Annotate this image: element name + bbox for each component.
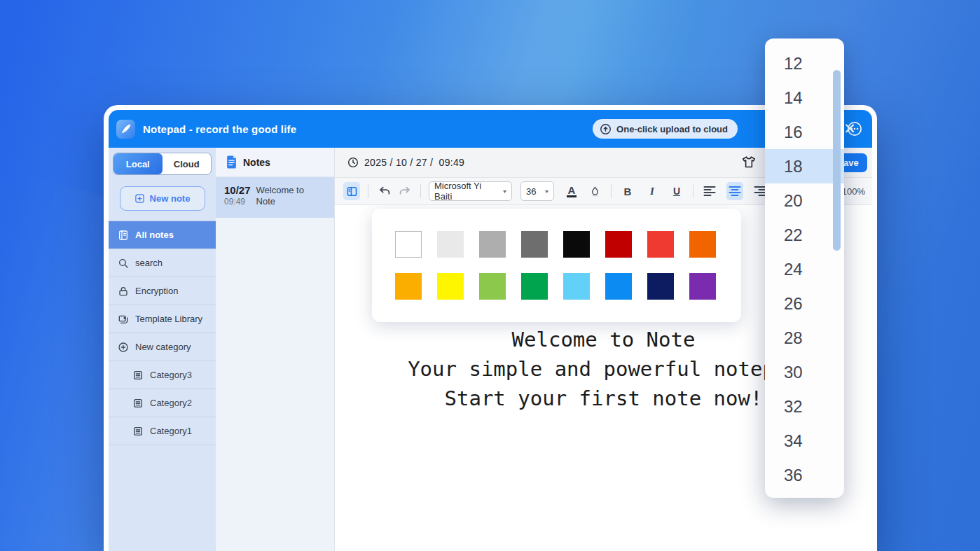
zoom-level: 100% <box>842 186 865 197</box>
plus-circle-icon <box>117 341 130 354</box>
font-size-option[interactable]: 30 <box>765 355 844 389</box>
font-size-option[interactable]: 28 <box>765 321 844 355</box>
theme-icon[interactable] <box>741 155 757 172</box>
bold-button[interactable]: B <box>619 182 636 200</box>
font-size-option[interactable]: 32 <box>765 389 844 424</box>
align-left-button[interactable] <box>701 182 718 200</box>
template-icon <box>117 313 130 326</box>
sidebar-nav: All notes search Encryption Template Lib… <box>109 221 216 445</box>
palette-row <box>395 231 741 258</box>
clock-icon <box>347 157 359 168</box>
new-note-label: New note <box>150 193 191 204</box>
note-title: Welcome to Note <box>256 184 318 207</box>
underline-button[interactable]: U <box>668 182 685 200</box>
font-size-option[interactable]: 24 <box>765 252 844 286</box>
color-palette-popup <box>372 209 741 322</box>
titlebar: Notepad - record the good life One-click… <box>109 110 872 148</box>
color-swatch[interactable] <box>647 231 674 258</box>
italic-button[interactable]: I <box>644 182 661 200</box>
app-logo-icon <box>116 120 135 139</box>
font-family-select[interactable]: Microsoft Yi Baiti ▾ <box>429 181 512 201</box>
search-icon <box>117 257 130 270</box>
upload-to-cloud-button[interactable]: One-click upload to cloud <box>593 119 738 139</box>
highlight-color-button[interactable] <box>586 182 603 200</box>
color-swatch[interactable] <box>437 231 464 258</box>
cloud-tab[interactable]: Cloud <box>163 153 212 174</box>
sidebar-item-label: New category <box>135 342 191 352</box>
color-swatch[interactable] <box>521 273 548 300</box>
category-icon <box>132 397 144 410</box>
color-swatch[interactable] <box>563 231 590 258</box>
window-title: Notepad - record the good life <box>143 123 296 135</box>
cloud-upload-icon <box>600 123 612 135</box>
panel-layout-icon <box>346 186 358 197</box>
notebook-icon <box>117 229 130 242</box>
font-color-button[interactable]: A <box>563 182 580 200</box>
sidebar-item-label: Encryption <box>135 286 178 296</box>
toolbar-divider <box>368 184 368 198</box>
notes-list-panel: Notes 10/27 09:49 Welcome to Note <box>216 148 335 551</box>
note-list-item[interactable]: 10/27 09:49 Welcome to Note <box>216 177 334 218</box>
paint-fill-icon <box>589 186 601 197</box>
sidebar-item-label: Category2 <box>150 398 192 408</box>
color-swatch[interactable] <box>647 273 674 300</box>
color-swatch[interactable] <box>521 231 548 258</box>
upload-button-label: One-click upload to cloud <box>616 124 728 134</box>
sidebar-item-new-category[interactable]: New category <box>109 333 216 361</box>
note-datetime: 10/27 09:49 <box>224 184 251 207</box>
dropdown-scrollbar[interactable] <box>833 70 841 251</box>
sidebar-item-category3[interactable]: Category3 <box>109 361 216 389</box>
sidebar-item-search[interactable]: search <box>109 249 216 277</box>
color-swatch[interactable] <box>689 231 716 258</box>
toolbar-divider <box>420 184 421 198</box>
color-swatch[interactable] <box>605 273 632 300</box>
align-center-icon <box>729 186 741 197</box>
local-tab[interactable]: Local <box>113 153 163 174</box>
chevron-down-icon: ▾ <box>503 188 506 195</box>
note-document-icon <box>226 155 237 169</box>
note-date: 10/27 <box>224 184 251 196</box>
sidebar-item-label: Category3 <box>150 370 192 380</box>
font-size-dropdown: 12 14 16 18 20 22 24 26 28 30 32 34 36 <box>765 39 844 498</box>
sidebar-item-label: search <box>135 258 163 268</box>
color-swatch[interactable] <box>563 273 590 300</box>
sidebar-item-label: All notes <box>135 230 174 240</box>
align-center-button[interactable] <box>726 182 743 200</box>
redo-button[interactable] <box>396 182 413 200</box>
sidebar-item-encryption[interactable]: Encryption <box>109 277 216 305</box>
category-icon <box>132 369 144 382</box>
sidebar-item-category2[interactable]: Category2 <box>109 389 216 417</box>
font-size-select[interactable]: 36 ▾ <box>520 181 554 201</box>
category-icon <box>132 425 144 438</box>
color-swatch[interactable] <box>437 273 464 300</box>
undo-button[interactable] <box>376 182 393 200</box>
color-swatch[interactable] <box>479 231 506 258</box>
toolbar-divider <box>693 184 693 198</box>
color-swatch[interactable] <box>395 231 422 258</box>
note-time: 09:49 <box>224 196 251 207</box>
plus-square-icon <box>134 193 145 204</box>
font-color-icon: A <box>567 185 577 197</box>
color-swatch[interactable] <box>479 273 506 300</box>
font-size-option[interactable]: 34 <box>765 424 844 458</box>
new-note-button[interactable]: New note <box>120 186 205 211</box>
chevron-down-icon: ▾ <box>545 188 548 195</box>
color-swatch[interactable] <box>689 273 716 300</box>
storage-toggle: Local Cloud <box>113 153 212 175</box>
notepad-window: Notepad - record the good life One-click… <box>104 105 877 551</box>
sidebar-item-template-library[interactable]: Template Library <box>109 305 216 333</box>
sidebar-item-label: Template Library <box>135 314 202 324</box>
font-size-option[interactable]: 26 <box>765 286 844 321</box>
font-size-value: 36 <box>526 186 536 197</box>
color-swatch[interactable] <box>605 231 632 258</box>
notes-list-header: Notes <box>216 148 334 177</box>
sidebar-item-all-notes[interactable]: All notes <box>109 221 216 249</box>
notes-header-label: Notes <box>243 157 270 168</box>
font-family-value: Microsoft Yi Baiti <box>434 181 499 202</box>
toolbar-divider <box>611 184 612 198</box>
color-swatch[interactable] <box>395 273 422 300</box>
font-size-option[interactable]: 36 <box>765 458 844 492</box>
sidebar-item-category1[interactable]: Category1 <box>109 417 216 445</box>
sidebar-item-label: Category1 <box>150 426 192 436</box>
toggle-sidebar-button[interactable] <box>343 182 360 200</box>
